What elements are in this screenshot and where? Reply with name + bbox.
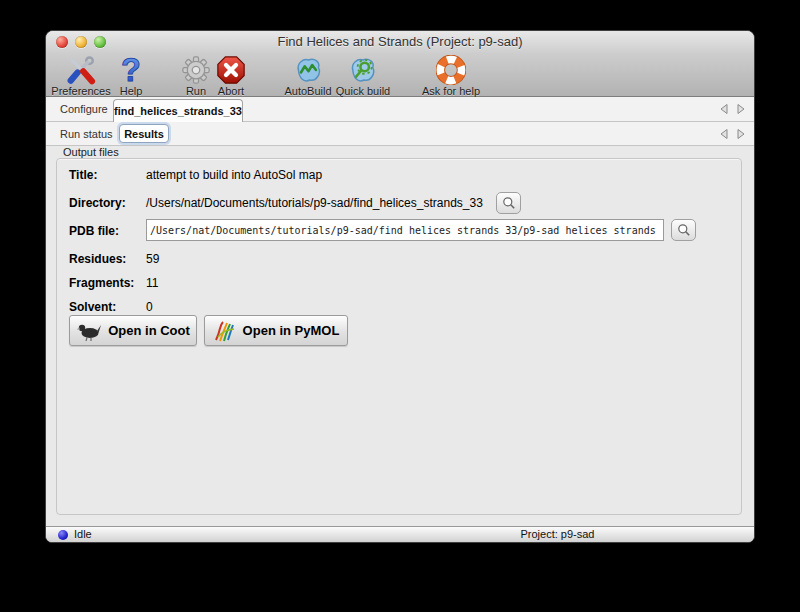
title-value: attempt to build into AutoSol map: [146, 168, 322, 182]
tools-icon: [51, 54, 110, 86]
toolbar: Preferences ? Help: [46, 53, 754, 97]
pymol-ribbon-icon: [213, 319, 237, 343]
window-title: Find Helices and Strands (Project: p9-sa…: [46, 31, 754, 53]
preferences-button[interactable]: Preferences: [51, 54, 110, 97]
tab-results[interactable]: Results: [119, 124, 169, 143]
magnifier-icon: [676, 222, 692, 238]
app-window: Find Helices and Strands (Project: p9-sa…: [45, 30, 755, 543]
window-header: Find Helices and Strands (Project: p9-sa…: [46, 31, 754, 97]
title-bar[interactable]: Find Helices and Strands (Project: p9-sa…: [46, 31, 754, 53]
gear-icon: [181, 54, 211, 86]
ask-for-help-button[interactable]: Ask for help: [422, 54, 480, 97]
status-text: Idle: [74, 527, 92, 542]
title-label: Title:: [69, 168, 97, 182]
tab-scroll-left-icon[interactable]: [719, 103, 729, 115]
tab-scroll-right-icon[interactable]: [736, 103, 746, 115]
solvent-label: Solvent:: [69, 300, 116, 314]
coot-bird-icon: [76, 320, 102, 342]
tab-run-status[interactable]: Run status: [56, 122, 117, 145]
open-in-coot-button[interactable]: Open in Coot: [69, 315, 197, 346]
abort-button[interactable]: Abort: [216, 54, 246, 97]
stop-icon: [216, 54, 246, 86]
residues-label: Residues:: [69, 252, 126, 266]
quick-build-button[interactable]: Quick build: [336, 54, 390, 97]
lifebuoy-icon: [422, 54, 480, 86]
close-button[interactable]: [56, 36, 68, 48]
autobuild-icon: [284, 54, 331, 86]
pdb-browse-button[interactable]: [671, 219, 696, 241]
status-indicator-icon: [58, 530, 68, 540]
question-icon: ?: [116, 54, 146, 86]
residues-value: 59: [146, 252, 159, 266]
tab-job[interactable]: find_helices_strands_33: [113, 99, 243, 122]
tab-scroll-left-icon[interactable]: [719, 128, 729, 140]
directory-value: /Users/nat/Documents/tutorials/p9-sad/fi…: [146, 196, 483, 210]
run-button[interactable]: Run: [181, 54, 211, 97]
zoom-button[interactable]: [94, 36, 106, 48]
open-in-pymol-label: Open in PyMOL: [243, 323, 340, 338]
svg-text:?: ?: [121, 55, 141, 85]
solvent-value: 0: [146, 300, 153, 314]
magnifier-icon: [501, 195, 517, 211]
output-files-group-label: Output files: [63, 146, 119, 158]
project-status: Project: p9-sad: [361, 527, 754, 542]
fragments-label: Fragments:: [69, 276, 134, 290]
autobuild-button[interactable]: AutoBuild: [284, 54, 331, 97]
status-bar: Idle Project: p9-sad: [46, 526, 754, 542]
fragments-value: 11: [146, 276, 158, 290]
open-in-pymol-button[interactable]: Open in PyMOL: [204, 315, 348, 346]
results-panel: Output files Title: attempt to build int…: [46, 146, 754, 528]
sub-tab-bar: Run status Results: [46, 122, 754, 146]
pdb-file-input[interactable]: [146, 219, 664, 241]
minimize-button[interactable]: [75, 36, 87, 48]
quickbuild-icon: [336, 54, 390, 86]
directory-browse-button[interactable]: [496, 192, 521, 214]
tab-configure[interactable]: Configure: [56, 97, 112, 121]
pdb-file-label: PDB file:: [69, 224, 119, 238]
directory-label: Directory:: [69, 196, 126, 210]
main-tab-bar: Configure find_helices_strands_33: [46, 97, 754, 122]
help-button[interactable]: ? Help: [116, 54, 146, 97]
open-in-coot-label: Open in Coot: [108, 323, 190, 338]
tab-scroll-right-icon[interactable]: [736, 128, 746, 140]
